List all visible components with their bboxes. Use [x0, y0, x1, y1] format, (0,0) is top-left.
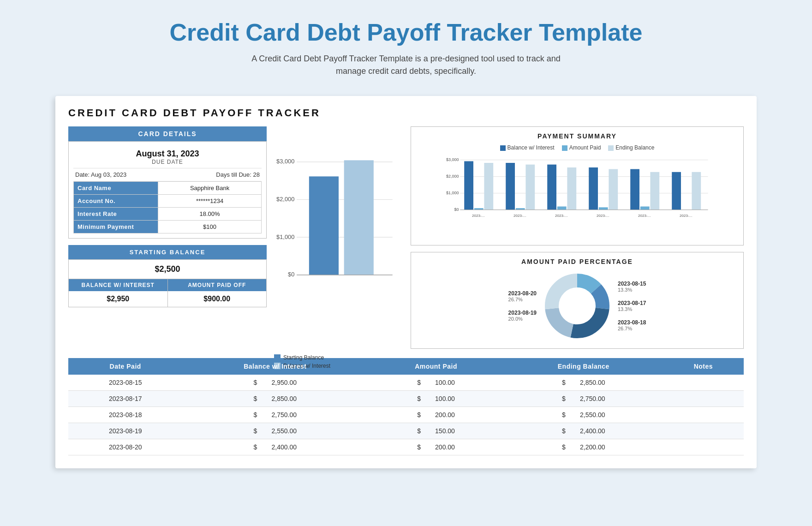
svg-text:$3,000: $3,000 — [276, 158, 294, 165]
cell-notes — [663, 375, 744, 391]
amount-paid-off-value: $900.00 — [168, 291, 267, 307]
table-row: 2023-08-18 $ 2,750.00 $ 200.00 $ 2,550.0… — [68, 407, 744, 423]
legend-ending-balance-item: Ending Balance — [608, 144, 654, 151]
card-field-label: Interest Rate — [74, 208, 158, 221]
due-date-big: August 31, 2023 — [73, 149, 262, 159]
pie-label-2023-08-15: 2023-08-15 13.3% — [618, 281, 646, 293]
svg-text:2023-...: 2023-... — [513, 214, 526, 218]
svg-rect-31 — [589, 167, 598, 210]
legend-starting-balance: Starting Balance — [274, 354, 403, 361]
pie-chart-box: AMOUNT PAID PERCENTAGE 2023-08-20 26.7% … — [411, 252, 744, 349]
tracker-card: CREDIT CARD DEBT PAYOFF TRACKER CARD DET… — [55, 96, 757, 468]
card-info-row: Account No.******1234 — [74, 195, 262, 208]
cell-paid: $ 200.00 — [368, 439, 504, 455]
bar-chart: $3,000 $2,000 $1,000 $0 — [274, 131, 403, 349]
svg-text:$1,000: $1,000 — [276, 233, 294, 240]
svg-rect-29 — [567, 167, 576, 210]
cell-date: 2023-08-18 — [68, 407, 182, 423]
legend-amount-paid-item: Amount Paid — [562, 144, 601, 151]
card-field-label: Card Name — [74, 182, 158, 195]
table-row: 2023-08-20 $ 2,400.00 $ 200.00 $ 2,200.0… — [68, 439, 744, 455]
left-panel: CARD DETAILS August 31, 2023 DUE DATE Da… — [68, 126, 267, 349]
cell-ending: $ 2,850.00 — [504, 375, 663, 391]
cell-date: 2023-08-15 — [68, 375, 182, 391]
card-info-row: Card NameSapphire Bank — [74, 182, 262, 195]
cell-notes — [663, 391, 744, 407]
starting-balance-value: $2,500 — [68, 259, 267, 279]
svg-rect-9 — [344, 160, 374, 275]
svg-rect-23 — [506, 163, 515, 210]
pie-label-2023-08-17: 2023-08-17 13.3% — [618, 300, 646, 312]
svg-rect-21 — [484, 163, 493, 210]
grouped-bar-chart: $3,000 $2,000 $1,000 $0 2023-... — [417, 155, 738, 238]
cell-balance: $ 2,750.00 — [182, 407, 368, 423]
tracker-main-title: CREDIT CARD DEBT PAYOFF TRACKER — [68, 107, 744, 119]
cell-date: 2023-08-20 — [68, 439, 182, 455]
page-subtitle: A Credit Card Debt Payoff Tracker Templa… — [245, 53, 567, 78]
date-label: Date: Aug 03, 2023 — [75, 171, 126, 178]
cell-paid: $ 100.00 — [368, 375, 504, 391]
svg-text:$2,000: $2,000 — [276, 196, 294, 203]
svg-rect-39 — [672, 172, 681, 210]
cell-notes — [663, 407, 744, 423]
card-info-row: Minimum Payment$100 — [74, 221, 262, 233]
svg-rect-37 — [650, 172, 659, 210]
legend-dot-ending — [608, 145, 614, 151]
payment-summary-box: PAYMENT SUMMARY Balance w/ Interest Amou… — [411, 126, 744, 245]
card-field-label: Minimum Payment — [74, 221, 158, 233]
table-row: 2023-08-15 $ 2,950.00 $ 100.00 $ 2,850.0… — [68, 375, 744, 391]
middle-panel: $3,000 $2,000 $1,000 $0 Starting — [274, 126, 403, 349]
legend-dot-balance — [500, 145, 506, 151]
svg-point-49 — [560, 288, 595, 323]
legend-label-starting: Starting Balance — [283, 354, 324, 361]
card-field-value: $100 — [158, 221, 262, 233]
table-row: 2023-08-17 $ 2,850.00 $ 100.00 $ 2,750.0… — [68, 391, 744, 407]
svg-rect-41 — [692, 172, 701, 210]
legend-dot-paid — [562, 145, 567, 151]
balance-w-interest: BALANCE W/ INTEREST $2,950 — [69, 279, 168, 307]
svg-text:$3,000: $3,000 — [446, 157, 459, 162]
svg-rect-33 — [609, 169, 618, 210]
amount-paid-off-label: AMOUNT PAID OFF — [168, 279, 267, 291]
card-details-box: August 31, 2023 DUE DATE Date: Aug 03, 2… — [68, 141, 267, 239]
right-panel: PAYMENT SUMMARY Balance w/ Interest Amou… — [411, 126, 744, 349]
table-section: Date Paid Balance w/ Interest Amount Pai… — [68, 358, 744, 455]
card-field-value: ******1234 — [158, 195, 262, 208]
page-header: Credit Card Debt Payoff Tracker Template… — [0, 0, 812, 91]
pie-label-2023-08-19: 2023-08-19 20.0% — [508, 310, 537, 322]
due-date-section: August 31, 2023 DUE DATE — [73, 146, 262, 168]
days-till-due: Days till Due: 28 — [216, 171, 260, 178]
cell-date: 2023-08-17 — [68, 391, 182, 407]
svg-text:2023-...: 2023-... — [597, 214, 609, 218]
pie-label-2023-08-18: 2023-08-18 26.7% — [618, 319, 646, 331]
svg-text:2023-...: 2023-... — [555, 214, 567, 218]
svg-rect-35 — [630, 169, 639, 210]
svg-rect-28 — [557, 207, 567, 210]
cell-ending: $ 2,750.00 — [504, 391, 663, 407]
svg-text:2023-...: 2023-... — [472, 214, 484, 218]
svg-rect-25 — [525, 165, 535, 210]
table-header-row: Date Paid Balance w/ Interest Amount Pai… — [68, 358, 744, 375]
pie-layout: 2023-08-20 26.7% 2023-08-19 20.0% — [417, 269, 738, 343]
balance-split: BALANCE W/ INTEREST $2,950 AMOUNT PAID O… — [68, 279, 267, 307]
pie-labels-left: 2023-08-20 26.7% 2023-08-19 20.0% — [508, 290, 537, 322]
card-field-label: Account No. — [74, 195, 158, 208]
pie-labels-right: 2023-08-15 13.3% 2023-08-17 13.3% 2023-0… — [618, 281, 646, 331]
cell-paid: $ 150.00 — [368, 423, 504, 439]
cell-ending: $ 2,400.00 — [504, 423, 663, 439]
svg-text:2023-...: 2023-... — [680, 214, 692, 218]
card-field-value: Sapphire Bank — [158, 182, 262, 195]
card-field-value: 18.00% — [158, 208, 262, 221]
tracker-body: CARD DETAILS August 31, 2023 DUE DATE Da… — [68, 126, 744, 349]
date-row: Date: Aug 03, 2023 Days till Due: 28 — [73, 168, 262, 181]
table-row: 2023-08-19 $ 2,550.00 $ 150.00 $ 2,400.0… — [68, 423, 744, 439]
amount-paid-off: AMOUNT PAID OFF $900.00 — [168, 279, 267, 307]
svg-text:$2,000: $2,000 — [446, 174, 459, 179]
svg-text:2023-...: 2023-... — [638, 214, 651, 218]
card-info-row: Interest Rate18.00% — [74, 208, 262, 221]
svg-rect-27 — [547, 165, 556, 210]
summary-legend: Balance w/ Interest Amount Paid Ending B… — [417, 144, 738, 151]
col-date-paid: Date Paid — [68, 358, 182, 375]
cell-balance: $ 2,400.00 — [182, 439, 368, 455]
balance-w-interest-label: BALANCE W/ INTEREST — [69, 279, 167, 291]
